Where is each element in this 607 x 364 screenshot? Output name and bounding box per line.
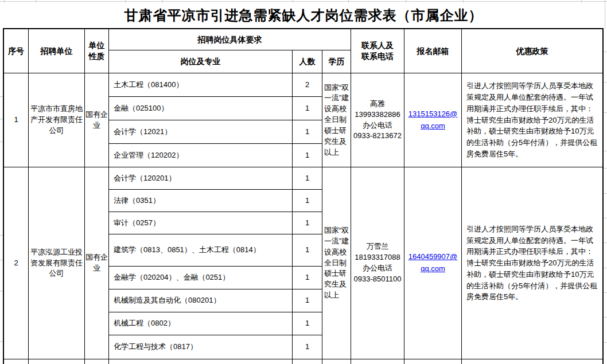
unit-cell: 平凉泓源工业投资发展有限责任公司 — [29, 167, 85, 359]
education-text: 国家“双一流”建设高校全日制硕士研究生及以上 — [324, 225, 349, 301]
position-cell: 金融（025100） — [109, 97, 293, 120]
count-cell: 1 — [293, 289, 322, 312]
recruitment-table: 序号 招聘单位 单位性质 招聘岗位具体要求 岗位及专业 人数 学历 联系人及 联… — [3, 28, 604, 364]
partial-row-cell — [462, 359, 602, 364]
count-cell: 1 — [293, 144, 322, 167]
nature-cell: 国有企业 — [85, 73, 109, 167]
education-cell: 国家“双一流”建设高校全日制硕士研究生及以上 — [322, 167, 351, 359]
position-cell: 建筑学（0813、0851）、土木工程（0814） — [109, 234, 293, 267]
policy-cell: 引进人才按照同等学历人员享受本地政策规定及用人单位配套的待遇。一年试用期满并正式… — [462, 73, 602, 167]
contact-cell: 万雪兰 18193317088 办公电话 0933-8501100 — [351, 167, 404, 359]
partial-row-cell — [85, 359, 109, 364]
count-cell: 1 — [293, 267, 322, 289]
position-cell: 机械制造及其自动化（080201） — [109, 289, 293, 312]
position-cell: 会计学（120201） — [109, 167, 293, 190]
col-header-count: 人数 — [293, 50, 322, 73]
count-cell: 1 — [293, 312, 322, 335]
count-cell: 1 — [293, 234, 322, 267]
spreadsheet-canvas: 甘肃省平凉市引进急需紧缺人才岗位需求表（市属企业） 序号 招聘单位 单位性质 招… — [0, 0, 607, 364]
col-header-nature: 单位性质 — [85, 29, 109, 73]
partial-row-cell — [4, 359, 29, 364]
position-cell: 法律（0351） — [109, 190, 293, 212]
position-cell: 化学工程与技术（0817） — [109, 335, 293, 359]
unit-cell: 平凉市市直房地产开发有限责任公司 — [29, 73, 85, 167]
email-link[interactable]: 1640459907@qq.com — [404, 251, 461, 275]
col-header-seq: 序号 — [4, 29, 29, 73]
position-cell: 审计（0257） — [109, 212, 293, 234]
partial-row-cell — [322, 359, 351, 364]
policy-text: 引进人才按照同等学历人员享受本地政策规定及用人单位配套的待遇。一年试用期满并正式… — [466, 224, 598, 303]
policy-text: 引进人才按照同等学历人员享受本地政策规定及用人单位配套的待遇。一年试用期满并正式… — [466, 80, 598, 159]
count-cell: 1 — [293, 120, 322, 144]
col-header-policy: 优惠政策 — [462, 29, 602, 73]
contact-cell: 高雅 13993382886 办公电话 0933-8213672 — [351, 73, 404, 167]
email-cell: 1315153126@qq.com — [404, 73, 462, 167]
partial-row-cell — [351, 359, 404, 364]
education-cell: 国家“双一流”建设高校全日制硕士研究生及以上 — [322, 73, 351, 167]
count-cell: 1 — [293, 190, 322, 212]
education-text: 国家“双一流”建设高校全日制硕士研究生及以上 — [324, 83, 349, 158]
count-cell: 2 — [293, 73, 322, 97]
page-title: 甘肃省平凉市引进急需紧缺人才岗位需求表（市属企业） — [0, 2, 607, 28]
nature-cell: 国有企业 — [85, 167, 109, 359]
count-cell: 1 — [293, 335, 322, 359]
col-header-email: 报名邮箱 — [404, 29, 462, 73]
col-header-requirements: 招聘岗位具体要求 — [109, 29, 351, 50]
position-cell: 金融学（020204）、金融（0251） — [109, 267, 293, 289]
col-header-contact: 联系人及 联系电话 — [351, 29, 404, 73]
partial-row-cell — [404, 359, 462, 364]
seq-cell: 1 — [4, 73, 29, 167]
partial-row-cell — [29, 359, 85, 364]
count-cell: 1 — [293, 167, 322, 190]
position-cell: 企业管理（120202） — [109, 144, 293, 167]
col-header-education: 学历 — [322, 50, 351, 73]
position-cell: 会计学（12021） — [109, 120, 293, 144]
email-cell: 1640459907@qq.com — [404, 167, 462, 359]
policy-cell: 引进人才按照同等学历人员享受本地政策规定及用人单位配套的待遇。一年试用期满并正式… — [462, 167, 602, 359]
partial-row-cell — [293, 359, 322, 364]
col-header-unit: 招聘单位 — [29, 29, 85, 73]
seq-cell: 2 — [4, 167, 29, 359]
email-link[interactable]: 1315153126@qq.com — [404, 108, 461, 132]
position-cell: 土木工程（081400） — [109, 73, 293, 97]
col-header-position: 岗位及专业 — [109, 50, 293, 73]
count-cell: 1 — [293, 97, 322, 120]
count-cell: 1 — [293, 212, 322, 234]
partial-row-cell — [109, 359, 293, 364]
position-cell: 机械工程（0802） — [109, 312, 293, 335]
